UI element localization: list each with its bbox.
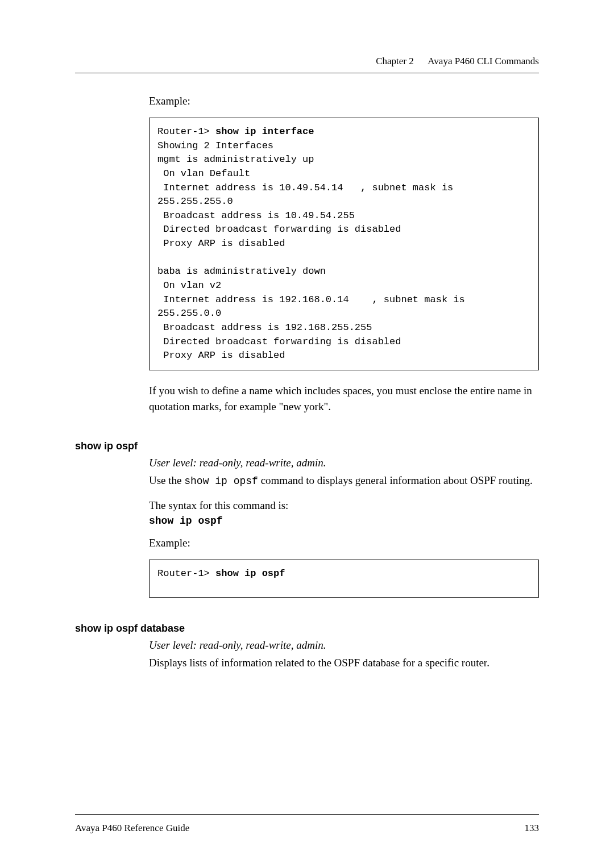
section-title-ospf: show ip ospf bbox=[75, 440, 539, 452]
note-paragraph: If you wish to define a name which inclu… bbox=[149, 383, 539, 415]
code-command: show ip interface bbox=[215, 126, 314, 137]
desc-post: command to displays general information … bbox=[258, 474, 533, 486]
code-body: Showing 2 Interfaces mgmt is administrat… bbox=[157, 140, 465, 361]
footer-right: 133 bbox=[525, 823, 540, 834]
section-desc: Use the show ip opsf command to displays… bbox=[149, 473, 539, 489]
footer-left: Avaya P460 Reference Guide bbox=[75, 823, 189, 834]
user-level: User level: read-only, read-write, admin… bbox=[149, 457, 539, 469]
section-title-ospf-db: show ip ospf database bbox=[75, 623, 539, 635]
code-prompt: Router-1> bbox=[157, 126, 215, 137]
desc-pre: Use the bbox=[149, 474, 184, 486]
code-block-interface: Router-1> show ip interface Showing 2 In… bbox=[149, 118, 539, 370]
header-rule bbox=[75, 73, 539, 73]
header-title: Avaya P460 CLI Commands bbox=[428, 56, 539, 66]
code-prompt-2: Router-1> bbox=[157, 568, 215, 579]
syntax-command: show ip ospf bbox=[149, 515, 539, 527]
header-chapter: Chapter 2 bbox=[376, 56, 414, 66]
desc-mono: show ip opsf bbox=[184, 475, 258, 487]
example-label: Example: bbox=[149, 95, 539, 107]
syntax-label: The syntax for this command is: bbox=[149, 499, 539, 512]
example-label-2: Example: bbox=[149, 537, 539, 549]
code-block-ospf: Router-1> show ip ospf bbox=[149, 560, 539, 598]
user-level-2: User level: read-only, read-write, admin… bbox=[149, 639, 539, 652]
footer-rule bbox=[75, 814, 539, 815]
page-footer: Avaya P460 Reference Guide 133 bbox=[75, 814, 539, 834]
code-command-2: show ip ospf bbox=[215, 568, 285, 579]
page-header: Chapter 2 Avaya P460 CLI Commands bbox=[75, 56, 539, 67]
section-desc-2: Displays lists of information related to… bbox=[149, 655, 539, 671]
